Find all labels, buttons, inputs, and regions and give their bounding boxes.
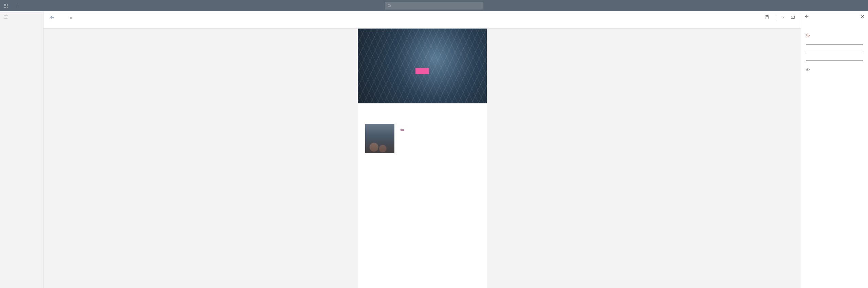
svg-point-0 bbox=[4, 4, 4, 4]
chevron-down-icon bbox=[781, 15, 786, 19]
svg-point-9 bbox=[388, 4, 390, 6]
svg-line-10 bbox=[390, 6, 391, 7]
search-input[interactable] bbox=[393, 4, 481, 8]
search-icon bbox=[388, 4, 391, 8]
panel-subtitle bbox=[801, 20, 868, 24]
check-again-button[interactable] bbox=[801, 63, 868, 77]
svg-rect-16 bbox=[766, 15, 768, 16]
app-launcher-icon[interactable] bbox=[0, 0, 11, 11]
svg-point-5 bbox=[7, 5, 7, 6]
article-image bbox=[365, 124, 394, 153]
svg-point-2 bbox=[7, 4, 7, 4]
font-color-input[interactable] bbox=[812, 45, 863, 51]
font-color-swatch[interactable] bbox=[806, 45, 812, 51]
status-value bbox=[806, 33, 863, 37]
back-arrow-icon[interactable] bbox=[50, 15, 55, 21]
top-bar: | bbox=[0, 0, 868, 11]
svg-point-3 bbox=[4, 5, 4, 6]
error-icon bbox=[806, 33, 810, 37]
email-preview bbox=[358, 29, 487, 288]
cta-button[interactable] bbox=[415, 68, 429, 74]
svg-point-1 bbox=[5, 4, 6, 4]
svg-point-6 bbox=[4, 7, 4, 7]
main-area: | bbox=[43, 11, 801, 288]
svg-point-23 bbox=[808, 36, 808, 36]
global-search[interactable] bbox=[385, 2, 483, 10]
svg-point-4 bbox=[5, 5, 6, 6]
title-h2[interactable] bbox=[358, 103, 487, 122]
bg-color-field[interactable] bbox=[806, 54, 863, 61]
hamburger-icon[interactable] bbox=[0, 11, 43, 24]
save-dropdown[interactable] bbox=[781, 15, 786, 19]
bg-color-input[interactable] bbox=[812, 54, 863, 60]
panel-back-icon[interactable] bbox=[804, 14, 809, 20]
details-panel bbox=[801, 11, 868, 288]
save-button[interactable] bbox=[765, 15, 771, 19]
article-block[interactable] bbox=[358, 122, 487, 160]
read-more-link[interactable] bbox=[401, 129, 404, 131]
check-content-button[interactable] bbox=[791, 15, 797, 19]
sidebar bbox=[0, 11, 43, 288]
close-icon[interactable] bbox=[861, 14, 865, 19]
svg-point-7 bbox=[5, 7, 6, 7]
status-badge bbox=[70, 17, 74, 19]
hero-block[interactable] bbox=[358, 29, 487, 103]
mail-icon bbox=[791, 15, 795, 19]
svg-rect-15 bbox=[765, 15, 769, 19]
font-color-field[interactable] bbox=[806, 44, 863, 51]
bg-color-swatch[interactable] bbox=[806, 54, 812, 60]
refresh-icon bbox=[806, 67, 810, 72]
canvas bbox=[43, 29, 801, 288]
svg-point-8 bbox=[7, 7, 7, 7]
